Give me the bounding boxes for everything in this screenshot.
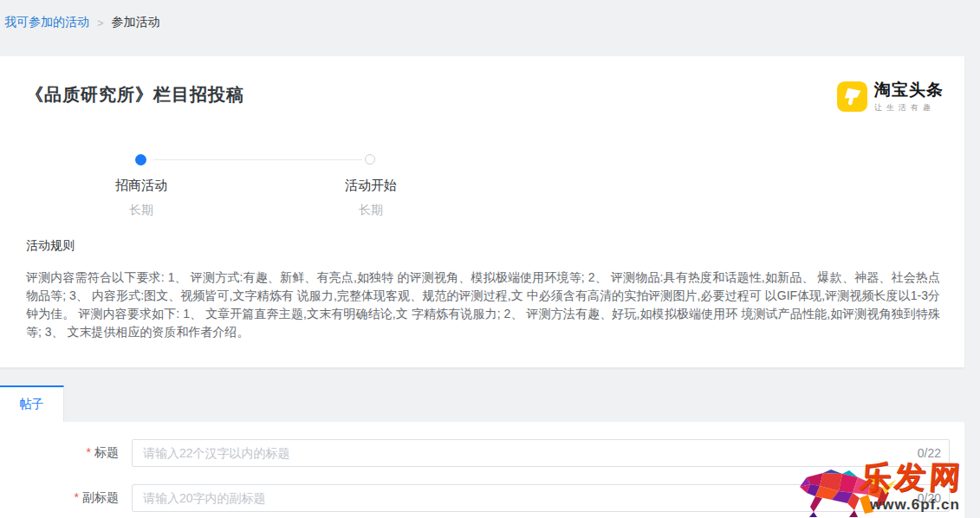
required-marker: * [87,445,91,459]
title-label: *标题 [0,445,119,461]
chevron-right-icon: > [97,16,104,29]
breadcrumb-current: 参加活动 [112,15,160,30]
page-title: 《品质研究所》栏目招投稿 [26,83,244,107]
activity-rules: 活动规则 评测内容需符合以下要求: 1、 评测方式:有趣、新鲜、有亮点,如独特 … [26,238,940,341]
logo-text: 淘宝头条 让生活有趣 [874,81,944,113]
logo-tagline: 让生活有趣 [874,102,944,113]
step-activity-start: 活动开始 长期 [319,178,423,218]
stepper-line [153,159,362,160]
logo-name: 淘宝头条 [874,81,944,100]
watermark-site-name: 乐发网 [858,456,964,499]
taobao-headlines-logo: 淘宝头条 让生活有趣 [836,81,944,113]
subtitle-label-text: 副标题 [82,490,119,504]
page: 我可参加的活动 > 参加活动 《品质研究所》栏目招投稿 淘宝头条 让生活有趣 [0,0,980,518]
rules-heading: 活动规则 [26,238,940,254]
activity-stepper: 招商活动 长期 活动开始 长期 [0,149,485,229]
step-dot-active [135,154,146,165]
step-sublabel: 长期 [319,203,423,218]
activity-card: 《品质研究所》栏目招投稿 淘宝头条 让生活有趣 招商活动 长期 [0,56,964,368]
rules-body: 评测内容需符合以下要求: 1、 评测方式:有趣、新鲜、有亮点,如独特 的评测视角… [26,269,940,341]
required-marker: * [75,490,79,504]
step-dot-pending [365,154,375,165]
watermark-site-url: www.6pf.cn [870,496,960,514]
site-watermark: 乐发网 www.6pf.cn [799,462,980,518]
step-merchant-activity: 招商活动 长期 [89,178,193,218]
taobao-headlines-flag-icon [836,81,868,113]
step-sublabel: 长期 [89,203,193,218]
tab-post[interactable]: 帖子 [0,385,64,422]
subtitle-label: *副标题 [0,490,119,506]
breadcrumb: 我可参加的活动 > 参加活动 [4,15,160,30]
step-label: 招商活动 [89,178,193,194]
step-label: 活动开始 [319,178,423,194]
breadcrumb-link-joinable-activities[interactable]: 我可参加的活动 [4,15,89,30]
title-label-text: 标题 [94,445,119,459]
tab-bar: 帖子 [0,385,964,422]
